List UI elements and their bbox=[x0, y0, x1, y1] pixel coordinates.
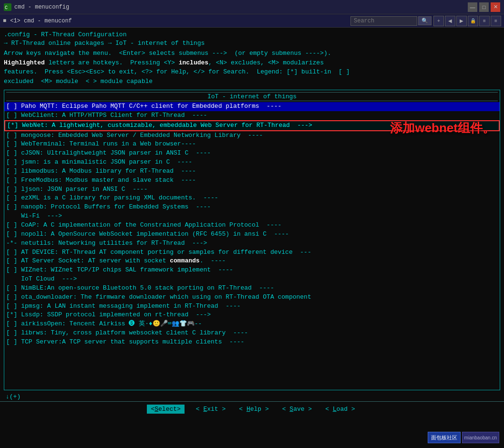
lock-toolbar-button[interactable]: 🔒 bbox=[468, 16, 478, 26]
select-button[interactable]: <Select> bbox=[147, 405, 184, 414]
list-item[interactable]: [ ] nopoll: A OpenSource WebSocket imple… bbox=[4, 230, 500, 239]
section-title: IoT - internet of things bbox=[6, 92, 498, 101]
list-item[interactable]: [ ] Paho MQTT: Eclipse Paho MQTT C/C++ c… bbox=[4, 102, 500, 111]
list-item[interactable]: [ ] cJSON: Ultralightweight JSON parser … bbox=[4, 149, 500, 158]
config-path: .config - RT-Thread Configuration bbox=[4, 30, 500, 40]
close-button[interactable]: ✕ bbox=[491, 2, 500, 12]
exit-label: < Exit > bbox=[196, 406, 226, 413]
list-item[interactable]: -*- netutils: Networking utilities for R… bbox=[4, 239, 500, 248]
back-toolbar-button[interactable]: ◀ bbox=[445, 16, 455, 26]
help-area: Arrow keys navigate the menu. <Enter> se… bbox=[0, 47, 504, 88]
help-label: < Help > bbox=[239, 406, 268, 413]
exit-button[interactable]: < Exit > bbox=[194, 405, 227, 414]
list-item[interactable]: [ ] NimBLE:An open-source Bluetooth 5.0 … bbox=[4, 284, 500, 293]
list-item[interactable]: [ ] nanopb: Protocol Buffers for Embedde… bbox=[4, 203, 500, 212]
svg-text:C: C bbox=[5, 5, 8, 10]
help-line1: Arrow keys navigate the menu. <Enter> se… bbox=[4, 49, 500, 58]
minimize-button[interactable]: — bbox=[468, 2, 477, 12]
add-toolbar-button[interactable]: + bbox=[433, 16, 444, 26]
list-item[interactable]: Wi-Fi ---> bbox=[4, 212, 500, 221]
help-line3: features. Press <Esc><Esc> to exit, <?> … bbox=[4, 67, 500, 77]
menu-bar: ■ <1> cmd - menuconf 🔍 + ◀ ▶ 🔒 ≡ ≡ bbox=[0, 14, 504, 28]
menu-toolbar-button1[interactable]: ≡ bbox=[479, 16, 490, 26]
nav-path: → RT-Thread online packages → IoT - inte… bbox=[4, 40, 500, 47]
list-item-webnet[interactable]: [*] WebNet: A lightweight, customizable,… bbox=[4, 120, 500, 131]
list-item[interactable]: [ ] ljson: JSON parser in ANSI C ---- bbox=[4, 185, 500, 194]
tab-title: <1> cmd - menuconf bbox=[10, 18, 348, 24]
menu-items-list[interactable]: [ ] Paho MQTT: Eclipse Paho MQTT C/C++ c… bbox=[4, 102, 500, 347]
list-item[interactable]: [ ] WebClient: A HTTP/HTTPS Client for R… bbox=[4, 111, 500, 120]
title-bar: C cmd - menuconfig — □ ✕ bbox=[0, 0, 504, 14]
list-item[interactable]: [ ] jsmn: is a minimalistic JSON parser … bbox=[4, 158, 500, 167]
list-item[interactable]: [ ] AT Server Socket: AT server with soc… bbox=[4, 257, 500, 266]
list-item[interactable]: [ ] ipmsg: A LAN instant messaging imple… bbox=[4, 302, 500, 311]
help-line4: excluded <M> module < > module capable bbox=[4, 77, 500, 86]
watermark: 面包板社区 mianbaoban.cn bbox=[428, 432, 499, 443]
list-item[interactable]: [ ] mongoose: Embedded Web Server / Embe… bbox=[4, 131, 500, 140]
list-item[interactable]: [ ] WebTerminal: Terminal runs in a Web … bbox=[4, 140, 500, 149]
list-item[interactable]: [ ] CoAP: A C implementation of the Cons… bbox=[4, 221, 500, 230]
save-button[interactable]: < Save > bbox=[280, 405, 314, 414]
watermark-url: mianbaoban.cn bbox=[462, 432, 499, 443]
list-item[interactable]: [ ] ota_downloader: The firmware downloa… bbox=[4, 293, 500, 302]
search-button[interactable]: 🔍 bbox=[418, 16, 432, 25]
search-bar[interactable]: 🔍 + ◀ ▶ 🔒 ≡ ≡ bbox=[350, 16, 501, 26]
list-item[interactable]: [ ] libmodbus: A Modbus library for RT-T… bbox=[4, 167, 500, 176]
window-title: cmd - menuconfig bbox=[14, 4, 468, 10]
menu-toolbar-button2[interactable]: ≡ bbox=[491, 16, 501, 26]
breadcrumb: .config - RT-Thread Configuration → RT-T… bbox=[0, 28, 504, 47]
save-label: < Save > bbox=[282, 406, 312, 413]
help-button[interactable]: < Help > bbox=[237, 405, 270, 414]
maximize-button[interactable]: □ bbox=[479, 2, 489, 12]
list-item[interactable]: [ ] airkissOpen: Tencent Airkiss 🅢 英·♦🙂🎤… bbox=[4, 320, 500, 329]
highlighted-word: Highlighted bbox=[4, 59, 45, 66]
select-label: <Select> bbox=[151, 406, 180, 413]
list-item[interactable]: [ ] WIZnet: WIZnet TCP/IP chips SAL fram… bbox=[4, 266, 500, 275]
list-item[interactable]: [ ] librws: Tiny, cross platform websock… bbox=[4, 329, 500, 338]
load-label: < Load > bbox=[325, 406, 355, 413]
help-line2: Highlighted letters are hotkeys. Pressin… bbox=[4, 58, 500, 68]
load-button[interactable]: < Load > bbox=[323, 405, 357, 414]
list-item[interactable]: IoT Cloud ---> bbox=[4, 275, 500, 284]
app-window: C cmd - menuconfig — □ ✕ ■ <1> cmd - men… bbox=[0, 0, 504, 448]
scroll-indicator-bar: ↓(+) bbox=[0, 392, 504, 401]
list-item[interactable]: [*] Lssdp: SSDP protocol implemented on … bbox=[4, 311, 500, 320]
toolbar-buttons: + ◀ ▶ 🔒 ≡ ≡ bbox=[433, 16, 501, 26]
scroll-indicator: ↓(+) bbox=[6, 393, 21, 400]
list-item[interactable]: [ ] ezXML is a C library for parsing XML… bbox=[4, 194, 500, 203]
list-item[interactable]: [ ] TCP Server:A TCP server that support… bbox=[4, 338, 500, 347]
watermark-logo: 面包板社区 bbox=[428, 432, 461, 443]
app-icon: C bbox=[4, 3, 11, 11]
menu-content-box: IoT - internet of things [ ] Paho MQTT: … bbox=[4, 90, 500, 390]
includes-word: includes bbox=[179, 59, 208, 66]
list-item[interactable]: [ ] AT DEVICE: RT-Thread AT component po… bbox=[4, 248, 500, 257]
search-input[interactable] bbox=[350, 16, 417, 26]
list-item[interactable]: [ ] FreeModbus: Modbus master and slave … bbox=[4, 176, 500, 185]
forward-toolbar-button[interactable]: ▶ bbox=[456, 16, 467, 26]
button-bar: <Select> < Exit > < Help > < Save > < Lo… bbox=[0, 401, 504, 417]
window-controls[interactable]: — □ ✕ bbox=[468, 2, 500, 12]
